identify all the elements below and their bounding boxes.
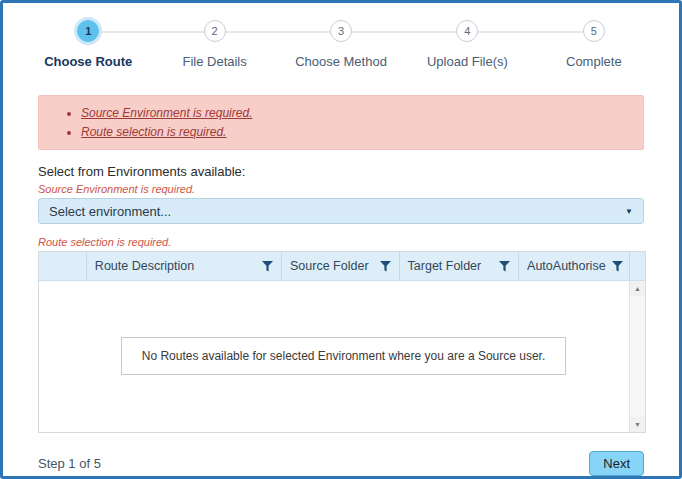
validation-summary: Source Environment is required. Route se… xyxy=(38,95,644,150)
environment-section-label: Select from Environments available: xyxy=(38,164,644,179)
step-label: Choose Method xyxy=(295,54,387,69)
empty-routes-message: No Routes available for selected Environ… xyxy=(121,337,566,375)
step-indicator: Step 1 of 5 xyxy=(38,456,101,471)
step-label: Upload File(s) xyxy=(427,54,508,69)
step-number: 5 xyxy=(591,25,597,37)
validation-error-link[interactable]: Source Environment is required. xyxy=(81,106,252,120)
validation-error-item: Route selection is required. xyxy=(81,123,635,142)
step-label: Choose Route xyxy=(44,54,132,69)
environment-select[interactable]: Select environment... ▼ xyxy=(38,198,644,224)
column-header-label: Route Description xyxy=(95,259,194,273)
filter-icon[interactable] xyxy=(499,261,510,272)
validation-error-item: Source Environment is required. xyxy=(81,104,635,123)
step-choose-route[interactable]: 1 Choose Route xyxy=(25,20,151,76)
column-header-label: AutoAuthorise xyxy=(527,259,606,273)
step-complete[interactable]: 5 Complete xyxy=(531,20,657,76)
column-header-target-folder[interactable]: Target Folder xyxy=(399,252,519,280)
step-number: 4 xyxy=(464,25,470,37)
vertical-scrollbar[interactable]: ▲ ▼ xyxy=(629,281,645,432)
step-number: 2 xyxy=(212,25,218,37)
routes-table-header: Route Description Source Folder Target F… xyxy=(39,252,645,280)
environment-validation-message: Source Environment is required. xyxy=(38,183,644,195)
step-file-details[interactable]: 2 File Details xyxy=(151,20,277,76)
environment-select-value: Select environment... xyxy=(49,204,171,219)
wizard-stepper: 1 Choose Route 2 File Details 3 Choose M… xyxy=(25,20,657,76)
filter-icon[interactable] xyxy=(262,261,273,272)
route-validation-message: Route selection is required. xyxy=(38,236,644,248)
select-column-header xyxy=(39,252,86,280)
validation-error-list: Source Environment is required. Route se… xyxy=(81,104,635,141)
validation-error-link[interactable]: Route selection is required. xyxy=(81,125,226,139)
step-1-circle: 1 xyxy=(77,20,99,42)
column-header-label: Source Folder xyxy=(290,259,369,273)
scroll-down-icon[interactable]: ▼ xyxy=(630,417,645,432)
step-number: 1 xyxy=(85,25,91,37)
upload-wizard-window: 1 Choose Route 2 File Details 3 Choose M… xyxy=(0,0,682,479)
step-5-circle: 5 xyxy=(583,20,605,42)
scroll-up-icon[interactable]: ▲ xyxy=(630,281,645,296)
step-4-circle: 4 xyxy=(456,20,478,42)
step-3-circle: 3 xyxy=(330,20,352,42)
scrollbar-column-header xyxy=(629,252,645,280)
filter-icon[interactable] xyxy=(612,261,623,272)
step-upload-files[interactable]: 4 Upload File(s) xyxy=(404,20,530,76)
step-choose-method[interactable]: 3 Choose Method xyxy=(278,20,404,76)
chevron-down-icon: ▼ xyxy=(625,207,633,216)
column-header-label: Target Folder xyxy=(408,259,482,273)
column-header-source-folder[interactable]: Source Folder xyxy=(281,252,399,280)
step-label: File Details xyxy=(182,54,246,69)
wizard-footer: Step 1 of 5 Next xyxy=(38,451,644,476)
step-number: 3 xyxy=(338,25,344,37)
routes-table: Route Description Source Folder Target F… xyxy=(38,251,646,433)
routes-table-body: No Routes available for selected Environ… xyxy=(39,280,645,432)
next-button[interactable]: Next xyxy=(589,451,644,476)
step-label: Complete xyxy=(566,54,622,69)
step-2-circle: 2 xyxy=(204,20,226,42)
column-header-autoauthorise[interactable]: AutoAuthorise xyxy=(518,252,629,280)
filter-icon[interactable] xyxy=(380,261,391,272)
column-header-route-description[interactable]: Route Description xyxy=(86,252,281,280)
